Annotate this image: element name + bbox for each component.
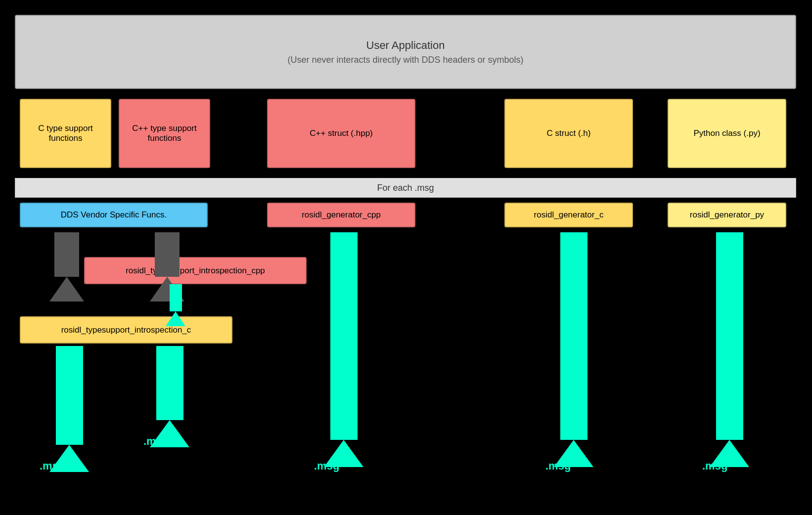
user-app-title: User Application <box>366 39 445 52</box>
gray-arrow-1 <box>49 232 84 301</box>
user-app-subtitle: (User never interacts directly with DDS … <box>287 55 523 65</box>
c-struct-box: C struct (.h) <box>504 99 633 168</box>
cpp-type-support-box: C++ type support functions <box>119 99 210 168</box>
cyan-arrow-5 <box>710 232 749 467</box>
rosidl-generator-py-box: rosidl_generator_py <box>668 203 786 227</box>
small-cyan-arrow-introspection <box>166 284 185 326</box>
for-each-msg-row: For each .msg <box>15 178 796 198</box>
msg-label-4: .msg <box>545 460 571 472</box>
msg-label-2: .msg <box>143 435 169 448</box>
cyan-arrow-4 <box>554 232 593 467</box>
cpp-struct-box: C++ struct (.hpp) <box>267 99 415 168</box>
diagram-container: User Application (User never interacts d… <box>10 10 802 505</box>
msg-label-5: .msg <box>702 460 727 472</box>
c-type-support-box: C type support functions <box>20 99 111 168</box>
user-app-box: User Application (User never interacts d… <box>15 15 796 89</box>
rosidl-introspection-cpp-box: rosidl_typesupport_introspection_cpp <box>84 257 307 284</box>
cyan-arrow-2 <box>150 346 189 447</box>
rosidl-generator-c-box: rosidl_generator_c <box>504 203 633 227</box>
python-class-box: Python class (.py) <box>668 99 786 168</box>
msg-label-1: .msg <box>40 460 65 472</box>
cyan-arrow-1 <box>49 346 89 472</box>
rosidl-introspection-c-box: rosidl_typesupport_introspection_c <box>20 316 232 343</box>
cyan-arrow-3 <box>324 232 363 467</box>
dds-vendor-box: DDS Vendor Specific Funcs. <box>20 203 208 227</box>
rosidl-generator-cpp-box: rosidl_generator_cpp <box>267 203 415 227</box>
msg-label-3: .msg <box>314 460 339 472</box>
